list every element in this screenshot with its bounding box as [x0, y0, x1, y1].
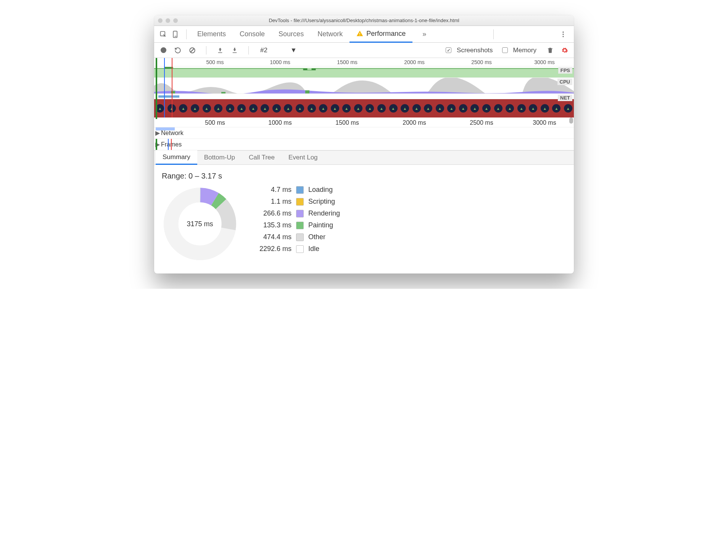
- screenshot-thumb[interactable]: ▲: [493, 99, 504, 117]
- more-tabs-button[interactable]: »: [416, 26, 433, 43]
- screenshot-thumb[interactable]: ▲: [376, 99, 387, 117]
- screenshots-checkbox[interactable]: [446, 47, 451, 53]
- close-dot[interactable]: [158, 18, 163, 23]
- flamechart-ruler[interactable]: 500 ms 1000 ms 1500 ms 2000 ms 2500 ms 3…: [154, 117, 574, 127]
- network-track[interactable]: ▶ Network: [154, 127, 574, 139]
- screenshot-thumb[interactable]: ▲: [458, 99, 469, 117]
- ruler-tick: 2500 ms: [470, 119, 493, 126]
- load-marker: [172, 58, 172, 117]
- screenshot-thumb[interactable]: ▲: [423, 99, 434, 117]
- screenshot-thumb[interactable]: ▲: [411, 99, 422, 117]
- record-button[interactable]: [159, 46, 168, 55]
- screenshot-thumb[interactable]: ▲: [364, 99, 375, 117]
- screenshot-thumb[interactable]: ▲: [271, 99, 282, 117]
- tab-console[interactable]: Console: [233, 26, 272, 43]
- screenshot-thumb[interactable]: ▲: [259, 99, 271, 117]
- load-profile-button[interactable]: [216, 46, 225, 55]
- tab-summary[interactable]: Summary: [156, 150, 197, 165]
- memory-checkbox[interactable]: [502, 47, 508, 53]
- reload-record-button[interactable]: [173, 46, 182, 55]
- screenshot-thumb[interactable]: ▲: [190, 99, 201, 117]
- min-dot[interactable]: [166, 18, 170, 23]
- devtools-window: DevTools - file:///Users/alyssanicoll/De…: [154, 15, 574, 274]
- screenshot-thumb[interactable]: ▲: [306, 99, 317, 117]
- screenshot-thumb[interactable]: ▲: [540, 99, 551, 117]
- screenshot-thumb[interactable]: ▲: [248, 99, 259, 117]
- titlebar: DevTools - file:///Users/alyssanicoll/De…: [154, 15, 574, 26]
- fps-label: FPS: [558, 67, 572, 74]
- tab-bottom-up[interactable]: Bottom-Up: [197, 150, 242, 165]
- traffic-lights: [158, 18, 178, 23]
- screenshot-thumb[interactable]: ▲: [504, 99, 515, 117]
- cpu-lane: CPU: [154, 78, 574, 94]
- legend-name: Scripting: [308, 198, 335, 206]
- screenshot-thumb[interactable]: ▲: [295, 99, 306, 117]
- performance-toolbar: #2 ▼ Screenshots Memory: [154, 43, 574, 58]
- screenshot-thumb[interactable]: ▲: [353, 99, 364, 117]
- divider: [493, 29, 494, 39]
- ruler-tick: 500 ms: [206, 59, 224, 65]
- window-title: DevTools - file:///Users/alyssanicoll/De…: [158, 18, 570, 23]
- device-toggle-icon[interactable]: [170, 29, 181, 40]
- screenshot-filmstrip[interactable]: ▲▲▲▲▲▲▲▲▲▲▲▲▲▲▲▲▲▲▲▲▲▲▲▲▲▲▲▲▲▲▲▲▲▲▲▲: [154, 99, 574, 117]
- svg-point-6: [562, 36, 564, 37]
- legend-swatch: [296, 233, 304, 241]
- tab-call-tree[interactable]: Call Tree: [242, 150, 282, 165]
- disclosure-triangle-icon[interactable]: ▶: [154, 141, 161, 148]
- screenshot-thumb[interactable]: ▲: [446, 99, 457, 117]
- tab-performance[interactable]: Performance: [350, 26, 412, 43]
- screenshot-thumb[interactable]: ▲: [213, 99, 224, 117]
- clear-button[interactable]: [188, 46, 197, 55]
- legend-swatch: [296, 186, 304, 194]
- legend-ms: 2292.6 ms: [253, 245, 292, 253]
- screenshots-label: Screenshots: [457, 47, 493, 54]
- screenshot-thumb[interactable]: ▲: [481, 99, 492, 117]
- legend-name: Idle: [308, 245, 319, 253]
- range-text: Range: 0 – 3.17 s: [162, 172, 566, 180]
- network-track-label: Network: [161, 130, 184, 137]
- screenshot-thumb[interactable]: ▲: [318, 99, 329, 117]
- screenshot-thumb[interactable]: ▲: [341, 99, 352, 117]
- ruler-tick: 2500 ms: [471, 59, 492, 65]
- screenshot-thumb[interactable]: ▲: [201, 99, 212, 117]
- max-dot[interactable]: [173, 18, 178, 23]
- screenshot-thumb[interactable]: ▲: [399, 99, 411, 117]
- inspect-icon[interactable]: [158, 29, 169, 40]
- svg-rect-1: [173, 31, 177, 37]
- trash-icon[interactable]: [546, 46, 555, 55]
- legend-ms: 4.7 ms: [253, 186, 292, 194]
- capture-settings-icon[interactable]: [560, 46, 569, 55]
- profile-selector[interactable]: #2 ▼: [258, 46, 299, 55]
- tab-sources[interactable]: Sources: [272, 26, 311, 43]
- overview-pane[interactable]: 500 ms 1000 ms 1500 ms 2000 ms 2500 ms 3…: [154, 58, 574, 117]
- frames-track[interactable]: ▶ Frames: [154, 139, 574, 150]
- screenshot-thumb[interactable]: ▲: [563, 99, 574, 117]
- tab-network[interactable]: Network: [311, 26, 350, 43]
- ruler-tick: 1000 ms: [270, 59, 290, 65]
- save-profile-button[interactable]: [230, 46, 239, 55]
- screenshot-thumb[interactable]: ▲: [516, 99, 527, 117]
- screenshot-thumb[interactable]: ▲: [329, 99, 340, 117]
- screenshot-thumb[interactable]: ▲: [388, 99, 399, 117]
- screenshot-thumb[interactable]: ▲: [236, 99, 247, 117]
- kebab-menu-icon[interactable]: [558, 29, 569, 40]
- tab-elements[interactable]: Elements: [190, 26, 233, 43]
- legend-swatch: [296, 222, 304, 229]
- tab-event-log[interactable]: Event Log: [282, 150, 325, 165]
- screenshot-thumb[interactable]: ▲: [224, 99, 235, 117]
- screenshot-thumb[interactable]: ▲: [551, 99, 562, 117]
- dcl-marker: [168, 139, 169, 150]
- main-tabstrip: Elements Console Sources Network Perform…: [154, 26, 574, 43]
- scrollbar[interactable]: [569, 117, 573, 124]
- screenshot-thumb[interactable]: ▲: [178, 99, 189, 117]
- screenshot-thumb[interactable]: ▲: [283, 99, 294, 117]
- legend-row: 2292.6 msIdle: [253, 245, 340, 253]
- ruler-tick: 3000 ms: [533, 119, 556, 126]
- legend-name: Rendering: [308, 209, 340, 217]
- legend-swatch: [296, 210, 304, 217]
- overview-ruler[interactable]: 500 ms 1000 ms 1500 ms 2000 ms 2500 ms 3…: [154, 58, 574, 66]
- divider: [248, 46, 249, 55]
- screenshot-thumb[interactable]: ▲: [435, 99, 446, 117]
- screenshot-thumb[interactable]: ▲: [469, 99, 480, 117]
- screenshot-thumb[interactable]: ▲: [528, 99, 539, 117]
